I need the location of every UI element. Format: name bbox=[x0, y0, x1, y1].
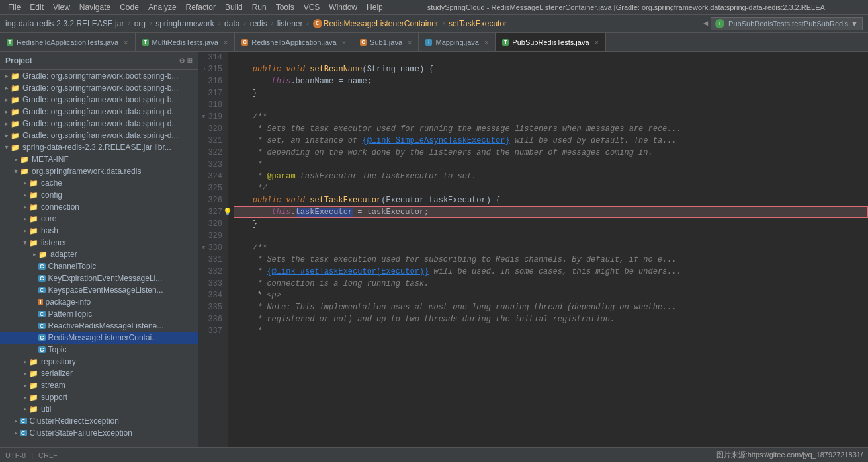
tab-close-3[interactable]: × bbox=[408, 38, 412, 46]
tree-item-12[interactable]: ▸ 📁 core bbox=[0, 213, 198, 225]
nav-back-icon[interactable]: ◀ bbox=[703, 19, 708, 28]
menu-item-view[interactable]: View bbox=[49, 1, 74, 13]
tree-item-19[interactable]: I package-info bbox=[0, 296, 198, 308]
breadcrumb-org[interactable]: org bbox=[134, 19, 146, 28]
tab-mapping[interactable]: I Mapping.java × bbox=[419, 33, 496, 51]
tab-close-1[interactable]: × bbox=[224, 38, 228, 46]
tree-item-9[interactable]: ▸ 📁 cache bbox=[0, 177, 198, 189]
code-text-317: } bbox=[234, 87, 257, 99]
tree-item-21[interactable]: C ReactiveRedisMessageListene... bbox=[0, 320, 198, 332]
tree-item-5[interactable]: ▸ 📁 Gradle: org.springframework.data:spr… bbox=[0, 130, 198, 141]
tab-close-0[interactable]: × bbox=[124, 38, 128, 46]
tree-item-25[interactable]: ▸ 📁 serializer bbox=[0, 367, 198, 379]
tree-label-0: Gradle: org.springframework.boot:spring-… bbox=[22, 71, 178, 81]
tree-label-6: spring-data-redis-2.3.2.RELEASE.jar libr… bbox=[22, 143, 171, 152]
tree-label-30: ClusterStateFailureException bbox=[30, 428, 132, 438]
status-encoding: UTF-8 bbox=[5, 451, 26, 459]
tree-item-16[interactable]: C ChannelTopic bbox=[0, 260, 198, 272]
menu-item-analyze[interactable]: Analyze bbox=[144, 1, 181, 13]
tree-item-27[interactable]: ▸ 📁 support bbox=[0, 391, 198, 403]
tree-item-20[interactable]: C PatternTopic bbox=[0, 308, 198, 320]
tree-item-15[interactable]: ▸ 📁 adapter bbox=[0, 249, 198, 260]
tree-item-30[interactable]: ▸ C ClusterStateFailureException bbox=[0, 427, 198, 439]
tab-close-4[interactable]: × bbox=[484, 38, 488, 46]
breadcrumb-class[interactable]: RedisMessageListenerContainer bbox=[324, 19, 439, 28]
breadcrumb-redis[interactable]: redis bbox=[250, 19, 267, 28]
tree-label-13: hash bbox=[41, 226, 58, 235]
tree-item-8[interactable]: ▼ 📁 org.springframework.data.redis bbox=[0, 165, 198, 177]
fold-icon[interactable]: ▼ bbox=[202, 111, 205, 123]
code-text-321: * set, an instance of {@link SimpleAsync… bbox=[234, 135, 677, 147]
tree-item-17[interactable]: C KeyExpirationEventMessageLi... bbox=[0, 272, 198, 284]
code-text-336: * registered or not) and up to two threa… bbox=[234, 313, 615, 325]
tree-item-26[interactable]: ▸ 📁 stream bbox=[0, 379, 198, 391]
tree-item-24[interactable]: ▸ 📁 repository bbox=[0, 356, 198, 367]
code-line-336: * registered or not) and up to two threa… bbox=[234, 313, 868, 325]
line-num-337: 337 bbox=[201, 325, 222, 337]
code-text-315: public void setBeanName(String name) { bbox=[234, 63, 434, 75]
fold-icon[interactable]: ▼ bbox=[202, 242, 205, 254]
tree-item-6[interactable]: ▼ 📁 spring-data-redis-2.3.2.RELEASE.jar … bbox=[0, 141, 198, 153]
tree-item-1[interactable]: ▸ 📁 Gradle: org.springframework.boot:spr… bbox=[0, 82, 198, 94]
plain-token: = taskExecutor; bbox=[353, 208, 429, 217]
menu-item-help[interactable]: Help bbox=[363, 1, 387, 13]
tab-multi-redis[interactable]: T MultiRedisTests.java × bbox=[136, 33, 236, 51]
breadcrumb-springframework[interactable]: springframework bbox=[155, 19, 214, 28]
tree-item-4[interactable]: ▸ 📁 Gradle: org.springframework.data:spr… bbox=[0, 118, 198, 130]
menu-item-file[interactable]: File bbox=[4, 1, 24, 13]
folder-icon: 📁 bbox=[29, 393, 38, 402]
tree-label-27: support bbox=[41, 393, 67, 402]
tree-arrow-29: ▸ bbox=[12, 418, 20, 424]
tree-item-29[interactable]: ▸ C ClusterRedirectException bbox=[0, 415, 198, 427]
tree-item-14[interactable]: ▼ 📁 listener bbox=[0, 237, 198, 249]
tree-item-0[interactable]: ▸ 📁 Gradle: org.springframework.boot:spr… bbox=[0, 70, 198, 82]
tab-redishello-tests[interactable]: T RedishelloApplicationTests.java × bbox=[0, 33, 136, 51]
menu-item-code[interactable]: Code bbox=[116, 1, 143, 13]
tree-arrow-28: ▸ bbox=[21, 406, 29, 412]
tree-label-11: connection bbox=[41, 202, 79, 212]
tab-sub1[interactable]: C Sub1.java × bbox=[353, 33, 419, 51]
breadcrumb-listener[interactable]: listener bbox=[277, 19, 303, 28]
tree-label-22: RedisMessageListenerContai... bbox=[48, 333, 159, 342]
tab-pubsub-tests[interactable]: T PubSubRedisTests.java × bbox=[496, 33, 606, 51]
layout-icon[interactable]: ⊞ bbox=[187, 56, 193, 66]
breadcrumb-data[interactable]: data bbox=[224, 19, 239, 28]
comment-token: * set, an instance of bbox=[234, 136, 362, 145]
tree-arrow-2: ▸ bbox=[3, 96, 11, 103]
tree-item-10[interactable]: ▸ 📁 config bbox=[0, 189, 198, 201]
code-line-315: public void setBeanName(String name) { bbox=[234, 63, 868, 75]
menu-item-tools[interactable]: Tools bbox=[272, 1, 298, 13]
line-num-323: 323 bbox=[201, 159, 222, 171]
method-dropdown[interactable]: T PubSubRedisTests.testPubSubRedis ▼ bbox=[711, 17, 863, 30]
breadcrumb-jar[interactable]: ing-data-redis-2.3.2.RELEASE.jar bbox=[5, 19, 124, 28]
tree-item-23[interactable]: C Topic bbox=[0, 344, 198, 356]
tab-redishello-app[interactable]: C RedishelloApplication.java × bbox=[235, 33, 353, 51]
folder-icon: 📁 bbox=[29, 203, 38, 212]
tree-item-3[interactable]: ▸ 📁 Gradle: org.springframework.data:spr… bbox=[0, 106, 198, 118]
tab-close-5[interactable]: × bbox=[595, 38, 599, 46]
class-c-icon: C bbox=[20, 418, 27, 424]
plain-token bbox=[234, 208, 272, 217]
menu-item-refactor[interactable]: Refactor bbox=[182, 1, 220, 13]
breadcrumb-method[interactable]: setTaskExecutor bbox=[449, 19, 507, 28]
tree-item-22[interactable]: C RedisMessageListenerContai... bbox=[0, 332, 198, 344]
menu-item-navigate[interactable]: Navigate bbox=[75, 1, 114, 13]
gear-icon[interactable]: ⚙ bbox=[179, 56, 185, 66]
code-scroll[interactable]: 314→315316317318▼31932032132232332432532… bbox=[198, 52, 868, 447]
tree-item-11[interactable]: ▸ 📁 connection bbox=[0, 201, 198, 213]
tree-item-13[interactable]: ▸ 📁 hash bbox=[0, 225, 198, 237]
menu-item-build[interactable]: Build bbox=[221, 1, 247, 13]
annotation-token: @param bbox=[267, 172, 295, 181]
menu-item-vcs[interactable]: VCS bbox=[300, 1, 324, 13]
tree-item-28[interactable]: ▸ 📁 util bbox=[0, 403, 198, 415]
tree-item-7[interactable]: ▸ 📁 META-INF bbox=[0, 153, 198, 165]
tree-item-18[interactable]: C KeyspaceEventMessageListen... bbox=[0, 284, 198, 296]
menu-item-edit[interactable]: Edit bbox=[26, 1, 48, 13]
menu-item-run[interactable]: Run bbox=[248, 1, 271, 13]
tree-item-2[interactable]: ▸ 📁 Gradle: org.springframework.boot:spr… bbox=[0, 94, 198, 106]
tab-close-2[interactable]: × bbox=[342, 38, 346, 46]
line-num-319: ▼319 bbox=[201, 111, 222, 123]
gutter-icon[interactable]: 💡 bbox=[223, 206, 232, 218]
menu-item-window[interactable]: Window bbox=[325, 1, 361, 13]
sidebar-tree[interactable]: ▸ 📁 Gradle: org.springframework.boot:spr… bbox=[0, 70, 198, 447]
